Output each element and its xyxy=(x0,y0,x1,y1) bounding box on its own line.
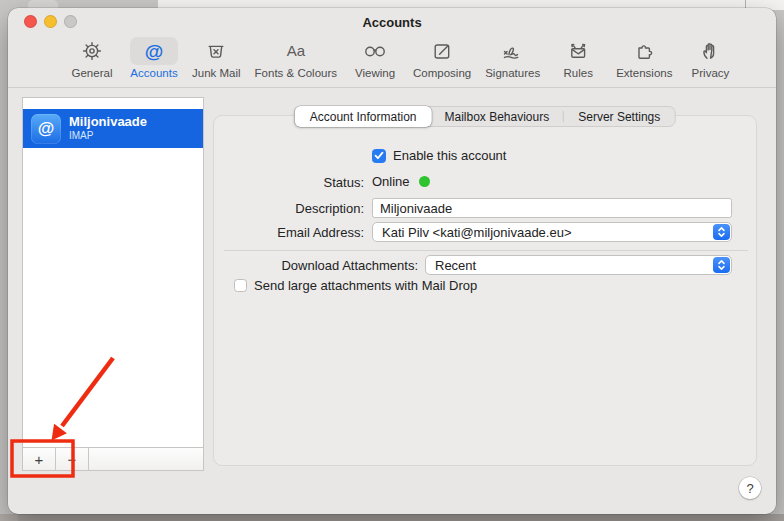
download-attachments-label: Download Attachments: xyxy=(214,258,418,273)
maildrop-checkbox[interactable] xyxy=(234,279,247,292)
hand-icon xyxy=(686,37,734,65)
add-account-button[interactable]: + xyxy=(23,448,55,470)
email-address-label: Email Address: xyxy=(214,225,364,240)
toolbar-item-junk-mail[interactable]: Junk Mail xyxy=(192,37,241,79)
dropdown-stepper-icon xyxy=(713,257,730,273)
compose-icon xyxy=(418,37,466,65)
toolbar-item-signatures[interactable]: Signatures xyxy=(485,37,540,79)
download-attachments-dropdown[interactable]: Recent xyxy=(425,255,732,275)
gear-icon xyxy=(68,37,116,65)
toolbar-item-general[interactable]: General xyxy=(68,37,116,79)
toolbar-label: Rules xyxy=(563,67,592,79)
toolbar-label: Composing xyxy=(413,67,471,79)
enable-account-label: Enable this account xyxy=(393,148,506,163)
remove-account-button[interactable]: − xyxy=(56,448,88,470)
preferences-toolbar: General @ Accounts Junk Mail xyxy=(68,37,734,79)
toolbar-label: Signatures xyxy=(485,67,540,79)
maildrop-row: Send large attachments with Mail Drop xyxy=(234,278,477,293)
toolbar-item-composing[interactable]: Composing xyxy=(413,37,471,79)
sidebar-account-miljonivaade[interactable]: @ Miljonivaade IMAP xyxy=(23,109,203,148)
maildrop-label: Send large attachments with Mail Drop xyxy=(254,278,477,293)
mail-account-icon: @ xyxy=(31,114,61,144)
background-strip-bottom xyxy=(0,514,784,521)
status-label: Status: xyxy=(214,175,364,190)
glasses-icon xyxy=(351,37,399,65)
envelope-rules-icon xyxy=(554,37,602,65)
download-attachments-value: Recent xyxy=(435,258,476,273)
toolbar-item-privacy[interactable]: Privacy xyxy=(686,37,734,79)
email-address-dropdown[interactable]: Kati Pilv <kati@miljonivaade.eu> xyxy=(372,222,732,242)
account-protocol: IMAP xyxy=(69,130,147,142)
enable-account-checkbox[interactable] xyxy=(372,149,386,163)
action-bar-spacer xyxy=(89,448,203,470)
toolbar-item-accounts[interactable]: @ Accounts xyxy=(130,37,178,79)
account-information-form: Enable this account Status: Online Descr… xyxy=(214,116,756,465)
enable-account-row: Enable this account xyxy=(372,148,506,163)
toolbar-item-fonts-colours[interactable]: Aa Fonts & Colours xyxy=(255,37,337,79)
form-separator xyxy=(224,250,748,251)
toolbar-label: Extensions xyxy=(616,67,672,79)
preferences-window: Accounts General @ Accounts xyxy=(8,8,776,514)
question-mark-icon: ? xyxy=(746,481,753,496)
toolbar-item-viewing[interactable]: Viewing xyxy=(351,37,399,79)
toolbar-label: Privacy xyxy=(692,67,730,79)
account-name: Miljonivaade xyxy=(69,115,147,130)
aa-glyph: Aa xyxy=(287,42,306,59)
screenshot-stage: Accounts General @ Accounts xyxy=(0,0,784,521)
dropdown-stepper-icon xyxy=(713,224,730,240)
toolbar-label: Junk Mail xyxy=(192,67,241,79)
accounts-sidebar: @ Miljonivaade IMAP + − xyxy=(22,97,204,471)
sidebar-action-bar: + − xyxy=(23,447,203,470)
fonts-aa-icon: Aa xyxy=(272,37,320,65)
description-label: Description: xyxy=(214,201,364,216)
online-status-dot xyxy=(419,176,430,187)
toolbar-item-rules[interactable]: Rules xyxy=(554,37,602,79)
status-value: Online xyxy=(372,174,410,189)
toolbar-label: General xyxy=(72,67,113,79)
description-input[interactable] xyxy=(372,198,732,218)
title-toolbar-area: Accounts General @ Accounts xyxy=(8,8,776,88)
puzzle-icon xyxy=(620,37,668,65)
junk-basket-icon xyxy=(192,37,240,65)
background-strip-bottom-corner xyxy=(0,514,18,521)
status-value-row: Online xyxy=(372,174,430,189)
toolbar-label: Accounts xyxy=(130,67,177,79)
account-settings-panel: Account Information Mailbox Behaviours S… xyxy=(213,115,757,466)
at-icon: @ xyxy=(130,37,178,65)
toolbar-label: Viewing xyxy=(355,67,395,79)
help-button[interactable]: ? xyxy=(739,477,761,499)
email-address-value: Kati Pilv <kati@miljonivaade.eu> xyxy=(382,225,572,240)
signature-icon xyxy=(489,37,537,65)
toolbar-item-extensions[interactable]: Extensions xyxy=(616,37,672,79)
window-title: Accounts xyxy=(8,15,776,30)
toolbar-label: Fonts & Colours xyxy=(255,67,337,79)
